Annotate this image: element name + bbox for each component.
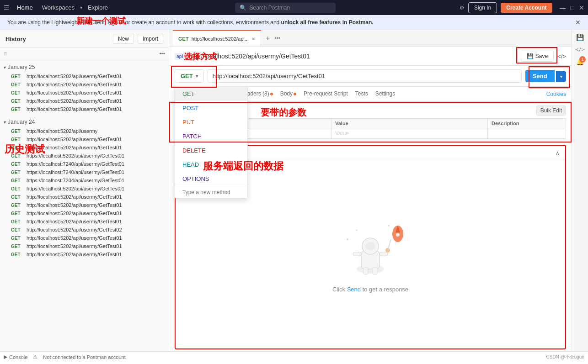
list-item[interactable]: GET https://localhost:5202/api/usermy/Ge… bbox=[4, 185, 165, 193]
watermark: CSDN @小全ugun bbox=[546, 354, 584, 360]
tab-add-button[interactable]: + bbox=[263, 34, 273, 42]
history-url: http://localhost:5202/api/usermy/GetTest… bbox=[27, 202, 122, 208]
history-url: http://localhost:5202/api/usermy/GetTest… bbox=[27, 194, 122, 200]
code-icon[interactable]: </> bbox=[576, 47, 585, 53]
tab-active[interactable]: GET http://localhost:5202/api... ✕ bbox=[173, 30, 261, 47]
bottom-bar: ▶ Console ⚠ Not connected to a Postman a… bbox=[0, 351, 588, 362]
list-item[interactable]: GET http://localhost:5202/api/usermy/Get… bbox=[4, 201, 165, 209]
history-url: http://localhost:5202/api/usermy/GetTest… bbox=[27, 90, 122, 95]
history-url: https://localhost:7240/api/usermy/GetTes… bbox=[27, 161, 124, 167]
method-menu-item-delete[interactable]: DELETE bbox=[175, 143, 247, 158]
svg-point-13 bbox=[347, 238, 348, 240]
create-account-button[interactable]: Create Account bbox=[501, 3, 552, 13]
method-tag: GET bbox=[11, 244, 24, 249]
minimize-button[interactable]: — bbox=[560, 4, 566, 11]
method-tag: GET bbox=[11, 252, 24, 257]
list-item[interactable]: GET http://localhost:5202/api/usermy/Get… bbox=[4, 250, 165, 258]
method-tag: GET bbox=[11, 145, 24, 150]
method-tag: GET bbox=[11, 74, 24, 79]
list-item[interactable]: GET https://localhost:7240/api/usermy/Ge… bbox=[4, 160, 165, 168]
method-tag: GET bbox=[11, 137, 24, 142]
list-item[interactable]: GET http://localhost:5202/api/usermy/Get… bbox=[4, 242, 165, 250]
method-menu-item-post[interactable]: POST bbox=[175, 101, 247, 115]
method-menu-item-options[interactable]: OPTIONS bbox=[175, 172, 247, 186]
list-item[interactable]: GET http://localhost:5202/api/usermy/Get… bbox=[4, 135, 165, 143]
param-col-value: Value bbox=[331, 119, 488, 128]
history-url: https://localhost:7204/api/usermy/GetTes… bbox=[27, 178, 124, 183]
sidebar-title: History bbox=[5, 36, 26, 42]
close-button[interactable]: ✕ bbox=[579, 4, 584, 11]
tab-tests[interactable]: Tests bbox=[355, 87, 368, 101]
response-empty-message: Click Send to get a response bbox=[332, 286, 408, 293]
response-send-link[interactable]: Send bbox=[347, 286, 361, 293]
nav-home[interactable]: Home bbox=[13, 2, 37, 13]
tab-close-button[interactable]: ✕ bbox=[251, 37, 255, 42]
menu-icon[interactable]: ☰ bbox=[4, 4, 10, 11]
method-tag: GET bbox=[11, 90, 24, 95]
save-label: Save bbox=[535, 53, 548, 59]
search-bar[interactable]: 🔍 Search Postman bbox=[235, 3, 336, 13]
svg-rect-4 bbox=[353, 252, 361, 256]
signin-button[interactable]: Sign In bbox=[468, 2, 497, 13]
list-item[interactable]: GET http://localhost:5202/api/usermy/Get… bbox=[4, 217, 165, 226]
history-url: http://localhost:5202/api/usermy bbox=[27, 128, 97, 134]
list-item[interactable]: GET http://localhost:5202/api/usermy/Get… bbox=[4, 234, 165, 242]
code-icon[interactable]: </> bbox=[557, 53, 566, 60]
date-label-jan24[interactable]: ▾ January 24 bbox=[4, 117, 165, 127]
method-tag: GET bbox=[11, 227, 24, 232]
main-layout: History 新建一个测试 New Import ≡ ••• ▾ Januar… bbox=[0, 30, 588, 351]
list-item[interactable]: GET http://localhost:5202/api/usermy bbox=[4, 127, 165, 135]
list-item[interactable]: GET https://localhost:7240/api/usermy/Ge… bbox=[4, 168, 165, 176]
list-item[interactable]: GET http://localhost:5202/api/usermy/Get… bbox=[4, 80, 165, 89]
history-url: http://localhost:5202/api/usermy/GetTest… bbox=[27, 137, 122, 142]
svg-point-3 bbox=[365, 242, 375, 250]
tab-more-button[interactable]: ••• bbox=[274, 35, 280, 42]
method-menu-item-get[interactable]: GET bbox=[175, 87, 247, 101]
list-item[interactable]: GET https://localhost:7204/api/usermy/Ge… bbox=[4, 176, 165, 185]
tab-settings[interactable]: Settings bbox=[375, 87, 395, 101]
send-dropdown-button[interactable]: ▾ bbox=[556, 71, 566, 82]
url-input[interactable] bbox=[208, 69, 522, 83]
list-item[interactable]: GET http://localhost:5202/api/usermy/Get… bbox=[4, 105, 165, 113]
settings-icon[interactable]: ⚙ bbox=[460, 5, 465, 11]
list-item[interactable]: GET http://localhost:5202/api/usermy/Get… bbox=[4, 143, 165, 152]
sidebar-more-button[interactable]: ••• bbox=[159, 51, 165, 57]
maximize-button[interactable]: □ bbox=[571, 4, 574, 11]
method-menu-item-put[interactable]: PUT bbox=[175, 115, 247, 129]
date-label-jan25[interactable]: ▾ January 25 bbox=[4, 62, 165, 72]
list-item[interactable]: GET https://localhost:5202/api/usermy/Ge… bbox=[4, 152, 165, 160]
list-item[interactable]: GET http://localhost:5202/api/usermy/Get… bbox=[4, 209, 165, 217]
method-dropdown[interactable]: GET ▾ bbox=[175, 69, 204, 83]
history-url: http://localhost:5202/api/usermy/GetTest… bbox=[27, 106, 122, 112]
new-button[interactable]: New bbox=[113, 34, 134, 44]
tab-prerequest[interactable]: Pre-request Script bbox=[304, 87, 348, 101]
list-item[interactable]: GET http://localhost:5202/api/usermy/Get… bbox=[4, 72, 165, 80]
send-button[interactable]: Send bbox=[525, 70, 555, 82]
list-item[interactable]: GET http://localhost:5202/api/usermy/Get… bbox=[4, 193, 165, 201]
response-collapse-button[interactable]: ∧ bbox=[556, 150, 560, 156]
save-icon[interactable]: 💾 bbox=[576, 34, 584, 41]
method-menu-item-head[interactable]: HEAD bbox=[175, 158, 247, 172]
list-item[interactable]: GET http://localhost:5202/api/usermy/Get… bbox=[4, 226, 165, 234]
nav-explore[interactable]: Explore bbox=[84, 2, 112, 13]
banner-close-button[interactable]: ✕ bbox=[575, 19, 581, 26]
list-item[interactable]: GET http://localhost:5202/api/usermy/Get… bbox=[4, 89, 165, 97]
filter-icon[interactable]: ≡ bbox=[4, 51, 7, 57]
import-button[interactable]: Import bbox=[138, 34, 163, 44]
method-tag: GET bbox=[11, 170, 24, 175]
method-tag: GET bbox=[11, 219, 24, 224]
nav-workspaces[interactable]: Workspaces bbox=[38, 2, 78, 13]
save-button[interactable]: 💾 Save bbox=[521, 51, 554, 62]
right-sidebar: 💾 </> 🔔 1 bbox=[572, 30, 588, 351]
notification-icon[interactable]: 🔔 1 bbox=[576, 58, 584, 65]
tab-body[interactable]: Body bbox=[280, 87, 296, 101]
cookies-link[interactable]: Cookies bbox=[546, 91, 566, 97]
method-menu-item-patch[interactable]: PATCH bbox=[175, 129, 247, 143]
history-url: https://localhost:7240/api/usermy/GetTes… bbox=[27, 169, 124, 175]
console-toggle[interactable]: ▶ Console bbox=[4, 354, 27, 360]
bulk-edit-button[interactable]: Bulk Edit bbox=[536, 106, 566, 116]
method-custom-input[interactable] bbox=[175, 186, 247, 198]
list-item[interactable]: GET http://localhost:5202/api/usermy/Get… bbox=[4, 97, 165, 105]
top-nav: Home Workspaces ▾ Explore bbox=[13, 2, 112, 13]
param-value-cell[interactable]: Value bbox=[331, 128, 488, 139]
